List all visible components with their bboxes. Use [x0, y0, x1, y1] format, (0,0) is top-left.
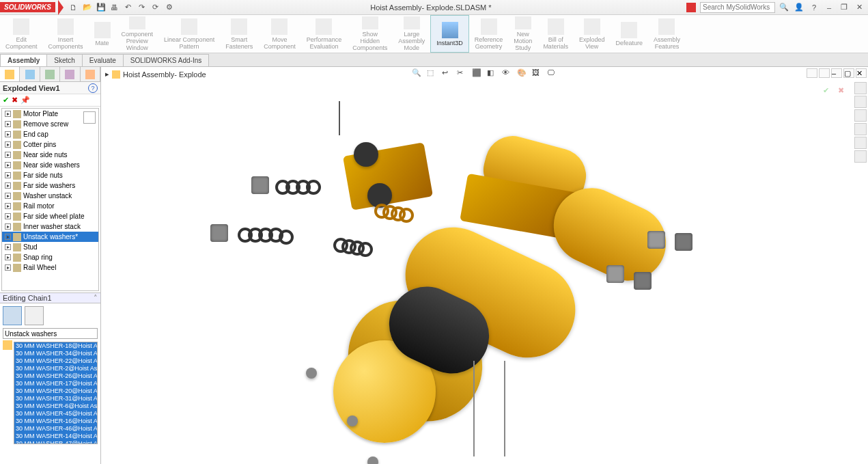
- pm-help-icon[interactable]: ?: [88, 83, 98, 93]
- section-view-icon[interactable]: ✂: [457, 68, 468, 79]
- ribbon-reference-geometry[interactable]: Reference Geometry: [469, 15, 509, 53]
- taskpane-view-palette-icon[interactable]: [854, 123, 867, 135]
- component-list-item[interactable]: 30 MM WASHER-45@Hoist As: [14, 410, 97, 418]
- zoom-area-icon[interactable]: ⬚: [427, 68, 438, 79]
- taskpane-appearances-icon[interactable]: [854, 137, 867, 149]
- command-tab-assembly[interactable]: Assembly: [0, 54, 47, 66]
- breadcrumb[interactable]: ▸ Hoist Assembly- Explode: [105, 70, 206, 79]
- qat-new-icon[interactable]: 🗋: [68, 1, 80, 14]
- component-list-item[interactable]: 30 MM WASHER-47@Hoist As: [14, 440, 97, 444]
- component-selection-list[interactable]: 30 MM WASHER-18@Hoist As30 MM WASHER-34@…: [14, 342, 98, 444]
- explode-step-row[interactable]: ▸Far side wheel plate: [2, 211, 98, 221]
- explode-step-row[interactable]: ▸Rail Wheel: [2, 262, 98, 273]
- viewport-link-icon[interactable]: [819, 68, 830, 78]
- pm-ok-button[interactable]: ✔: [3, 96, 9, 105]
- ribbon-component-preview-window[interactable]: Component Preview Window: [116, 15, 159, 53]
- expand-icon[interactable]: ▸: [5, 172, 11, 178]
- expand-icon[interactable]: ▸: [5, 254, 11, 260]
- user-icon[interactable]: 👤: [793, 2, 805, 13]
- component-list-item[interactable]: 30 MM WASHER-34@Hoist As: [14, 350, 97, 357]
- configuration-manager-tab[interactable]: [40, 67, 60, 81]
- explode-step-row[interactable]: ▸Far side nuts: [2, 170, 98, 180]
- command-tab-solidworks-add-ins[interactable]: SOLIDWORKS Add-Ins: [123, 54, 209, 66]
- explode-step-row[interactable]: ▸Stud: [2, 242, 98, 252]
- command-tab-evaluate[interactable]: Evaluate: [82, 54, 124, 66]
- qat-rebuild-icon[interactable]: ⟳: [150, 1, 162, 14]
- qat-redo-icon[interactable]: ↷: [136, 1, 148, 14]
- explode-step-row[interactable]: ▸Unstack washers*: [2, 232, 98, 242]
- pm-pushpin-icon[interactable]: 📌: [20, 96, 30, 105]
- expand-icon[interactable]: ▸: [5, 182, 11, 189]
- explode-step-row[interactable]: ▸Cotter pins: [2, 139, 98, 150]
- explode-step-row[interactable]: ▸Snap ring: [2, 252, 98, 262]
- viewport-single-icon[interactable]: [807, 68, 817, 78]
- expand-icon[interactable]: ▸: [5, 141, 11, 148]
- restore-button[interactable]: ❐: [838, 2, 850, 13]
- expand-icon[interactable]: ▸: [5, 193, 11, 199]
- qat-print-icon[interactable]: 🖶: [109, 1, 121, 14]
- taskpane-file-explorer-icon[interactable]: [854, 109, 867, 122]
- expand-icon[interactable]: ▸: [5, 244, 11, 250]
- expand-icon[interactable]: ▸: [5, 223, 11, 230]
- command-tab-sketch[interactable]: Sketch: [46, 54, 83, 66]
- taskpane-design-library-icon[interactable]: [854, 96, 867, 108]
- qat-open-icon[interactable]: 📂: [81, 1, 94, 14]
- expand-icon[interactable]: ▸: [5, 234, 11, 240]
- explode-steps-tree[interactable]: ▸Motor Plate▸Remove screw▸End cap▸Cotter…: [1, 108, 99, 291]
- zoom-fit-icon[interactable]: 🔍: [412, 68, 423, 79]
- explode-step-row[interactable]: ▸Rail motor: [2, 201, 98, 211]
- editing-chain-header[interactable]: Editing Chain1 ˄: [0, 292, 100, 303]
- ribbon-move-component[interactable]: Move Component: [258, 15, 301, 53]
- minimize-button[interactable]: –: [823, 2, 835, 13]
- ribbon-performance-evaluation[interactable]: Performance Evaluation: [301, 15, 348, 53]
- component-list-item[interactable]: 30 MM WASHER-2@Hoist Ass: [14, 365, 97, 372]
- dimxpert-manager-tab[interactable]: [60, 67, 80, 81]
- ribbon-new-motion-study[interactable]: New Motion Study: [508, 15, 537, 53]
- taskpane-resources-icon[interactable]: [854, 82, 867, 94]
- component-list-item[interactable]: 30 MM WASHER-20@Hoist As: [14, 387, 97, 395]
- search-input[interactable]: [700, 2, 775, 13]
- qat-save-icon[interactable]: 💾: [95, 1, 107, 14]
- qat-options-icon[interactable]: ⚙: [163, 1, 176, 14]
- apply-scene-icon[interactable]: 🖼: [532, 68, 543, 79]
- explode-step-row[interactable]: ▸Near side nuts: [2, 150, 98, 160]
- component-list-item[interactable]: 30 MM WASHER-6@Hoist Ass: [14, 402, 97, 410]
- property-manager-tab[interactable]: [20, 67, 40, 81]
- viewport-max-icon[interactable]: ▢: [843, 68, 854, 78]
- chain-alt-mode-button[interactable]: [25, 306, 44, 325]
- tree-options-icon[interactable]: [83, 111, 96, 124]
- component-list-item[interactable]: 30 MM WASHER-31@Hoist As: [14, 395, 97, 402]
- confirm-ok-icon[interactable]: ✔: [823, 86, 837, 100]
- expand-icon[interactable]: ▸: [5, 264, 11, 271]
- previous-view-icon[interactable]: ↩: [442, 68, 453, 79]
- viewport-min-icon[interactable]: –: [831, 68, 842, 78]
- hide-show-icon[interactable]: 👁: [502, 68, 513, 79]
- step-name-input[interactable]: [3, 328, 98, 339]
- taskpane-custom-props-icon[interactable]: [854, 150, 867, 163]
- component-list-item[interactable]: 30 MM WASHER-16@Hoist As: [14, 418, 97, 425]
- component-list-item[interactable]: 30 MM WASHER-22@Hoist As: [14, 357, 97, 365]
- ribbon-mate[interactable]: Mate: [89, 15, 116, 53]
- expand-icon[interactable]: ▸: [5, 121, 11, 127]
- ribbon-defeature[interactable]: Defeature: [610, 15, 648, 53]
- expand-icon[interactable]: ▸: [5, 152, 11, 158]
- viewport-close-icon[interactable]: ✕: [856, 68, 867, 78]
- feature-manager-tab[interactable]: [0, 67, 20, 81]
- explode-step-row[interactable]: ▸Near side washers: [2, 160, 98, 170]
- ribbon-exploded-view[interactable]: Exploded View: [574, 15, 611, 53]
- ribbon-large-assembly-mode[interactable]: Large Assembly Mode: [393, 15, 430, 53]
- ribbon-instant3d[interactable]: Instant3D: [430, 15, 469, 53]
- edit-appearance-icon[interactable]: 🎨: [517, 68, 528, 79]
- ribbon-edit-component[interactable]: Edit Component: [0, 15, 43, 53]
- component-list-item[interactable]: 30 MM WASHER-26@Hoist As: [14, 372, 97, 380]
- expand-icon[interactable]: ▸: [5, 203, 11, 209]
- help-icon[interactable]: ?: [808, 2, 820, 13]
- view-orientation-icon[interactable]: ⬛: [472, 68, 483, 79]
- explode-step-row[interactable]: ▸Inner washer stack: [2, 221, 98, 232]
- display-manager-tab[interactable]: [81, 67, 100, 81]
- ribbon-bill-of-materials[interactable]: Bill of Materials: [537, 15, 574, 53]
- expand-icon[interactable]: ▸: [5, 131, 11, 137]
- expand-icon[interactable]: ▸: [5, 162, 11, 168]
- ribbon-show-hidden-components[interactable]: Show Hidden Components: [347, 15, 393, 53]
- component-list-item[interactable]: 30 MM WASHER-17@Hoist As: [14, 380, 97, 387]
